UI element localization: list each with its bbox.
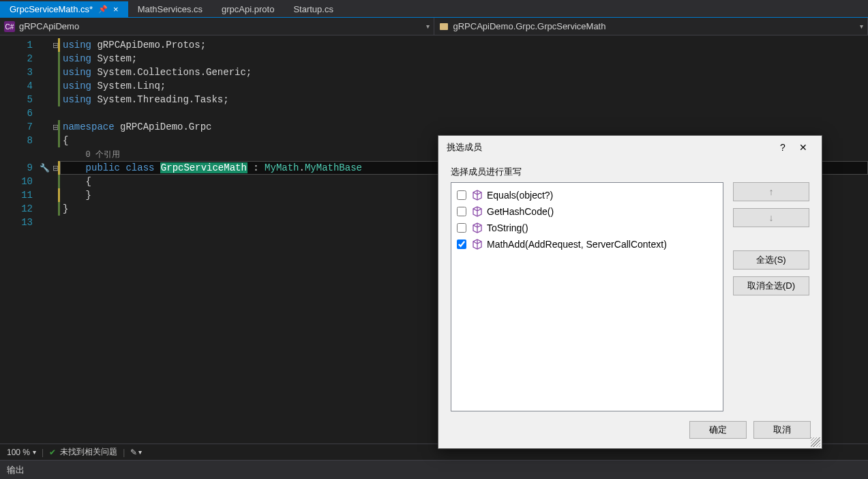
svg-text:C#: C# (5, 23, 14, 31)
dialog-label: 选择成员进行重写 (451, 166, 809, 178)
csharp-icon: C# (4, 21, 15, 32)
member-list[interactable]: Equals(object?)GetHashCode()ToString()Ma… (451, 182, 723, 411)
nav-left-label: gRPCApiDemo (19, 21, 79, 31)
type-combo[interactable]: gRPCApiDemo.Grpc.GrpcServiceMath ▾ (434, 18, 869, 35)
class-icon (438, 21, 449, 32)
svg-rect-2 (440, 23, 448, 30)
select-all-button[interactable]: 全选(S) (733, 250, 809, 270)
ok-button[interactable]: 确定 (689, 421, 747, 439)
project-combo[interactable]: C# gRPCApiDemo ▾ (0, 18, 434, 35)
tab-mathservices[interactable]: MathServices.cs (128, 1, 212, 17)
nav-right-label: gRPCApiDemo.Grpc.GrpcServiceMath (453, 21, 606, 31)
resize-grip[interactable] (811, 437, 820, 447)
help-button[interactable]: ? (773, 142, 793, 153)
member-label: MathAdd(AddRequest, ServerCallContext) (487, 239, 667, 250)
chevron-down-icon: ▾ (860, 23, 863, 30)
pin-icon[interactable]: 📌 (98, 5, 108, 14)
member-item[interactable]: ToString() (457, 220, 717, 236)
deselect-all-button[interactable]: 取消全选(D) (733, 276, 809, 295)
issues-label[interactable]: 未找到相关问题 (60, 446, 117, 458)
method-icon (472, 222, 483, 233)
tab-startup[interactable]: Startup.cs (284, 1, 343, 17)
zoom-level[interactable]: 100 % (7, 448, 30, 457)
tab-grpcapi-proto[interactable]: grpcApi.proto (212, 1, 284, 17)
output-panel[interactable]: 输出 (0, 460, 868, 479)
close-button[interactable]: ✕ (793, 142, 813, 153)
member-item[interactable]: MathAdd(AddRequest, ServerCallContext) (457, 236, 717, 252)
member-item[interactable]: GetHashCode() (457, 203, 717, 220)
move-down-button[interactable]: ↓ (733, 208, 809, 227)
move-up-button[interactable]: ↑ (733, 182, 809, 201)
tab-label: MathServices.cs (138, 4, 203, 14)
check-icon: ✔ (49, 448, 56, 457)
member-item[interactable]: Equals(object?) (457, 187, 717, 203)
member-checkbox[interactable] (457, 207, 466, 216)
method-icon (472, 239, 483, 250)
chevron-down-icon[interactable]: ▾ (33, 448, 36, 456)
member-checkbox[interactable] (457, 223, 466, 233)
member-label: ToString() (487, 222, 528, 233)
tab-label: grpcApi.proto (222, 4, 274, 14)
tab-label: GrpcServiceMath.cs* (10, 4, 93, 14)
method-icon (472, 190, 483, 201)
tab-bar: GrpcServiceMath.cs* 📌 × MathServices.cs … (0, 0, 868, 18)
chevron-down-icon[interactable]: ▾ (138, 448, 142, 456)
method-icon (472, 206, 483, 217)
cancel-button[interactable]: 取消 (753, 421, 811, 439)
close-icon[interactable]: × (113, 4, 119, 14)
brush-icon[interactable]: ✎ (130, 448, 137, 457)
member-label: Equals(object?) (487, 190, 553, 201)
dialog-title: 挑选成员 (447, 141, 482, 154)
member-label: GetHashCode() (487, 206, 554, 217)
dialog-titlebar[interactable]: 挑选成员 ? ✕ (438, 136, 822, 159)
pick-members-dialog: 挑选成员 ? ✕ 选择成员进行重写 Equals(object?)GetHash… (438, 135, 822, 449)
output-title: 输出 (7, 464, 25, 476)
gutter: 1⊟234567⊟89🔧⊟10111213 (0, 35, 60, 444)
tab-grpcservicemath[interactable]: GrpcServiceMath.cs* 📌 × (0, 1, 128, 17)
navigation-bar: C# gRPCApiDemo ▾ gRPCApiDemo.Grpc.GrpcSe… (0, 18, 868, 35)
member-checkbox[interactable] (457, 240, 466, 249)
tab-label: Startup.cs (293, 4, 333, 14)
member-checkbox[interactable] (457, 190, 466, 200)
chevron-down-icon: ▾ (426, 23, 430, 30)
